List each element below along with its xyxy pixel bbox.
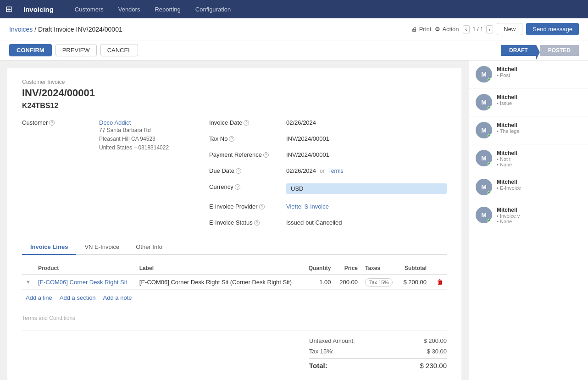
chatter-content-3: Mitchell Not t None [497,150,582,167]
chatter-bullet4-1: E-Invoice [497,185,582,191]
nav-reporting[interactable]: Reporting [152,4,183,15]
chatter-item-0: M Mitchell Post [469,61,588,88]
tax-label: Tax 15%: [309,348,333,355]
invoice-area: Customer Invoice INV/2024/00001 K24TBS12… [0,61,469,380]
col-expand [22,262,34,275]
product-link[interactable]: [E-COM06] Corner Desk Right Sit [38,279,127,286]
main-layout: Customer Invoice INV/2024/00001 K24TBS12… [0,61,588,380]
currency-help[interactable]: ? [235,184,240,190]
tabs: Invoice Lines VN E-Invoice Other Info [22,240,447,255]
row-delete[interactable]: 🗑 [430,275,447,290]
avatar-5: M [476,207,492,223]
app-grid-icon[interactable]: ⊞ [6,4,12,14]
confirm-button[interactable]: CONFIRM [9,44,52,56]
currency-row: Currency ? USD [209,183,447,194]
nav-vendors[interactable]: Vendors [116,4,143,15]
payment-ref-label: Payment Reference ? [209,151,283,158]
new-button[interactable]: New [497,23,522,35]
preview-button[interactable]: PREVIEW [55,44,97,56]
row-price[interactable]: 200.00 [334,275,361,290]
app-name: Invoicing [23,6,54,13]
info-left: Customer ? Deco Addict 77 Santa Barbara … [22,119,191,231]
chatter-bullet3-2: None [497,162,582,167]
add-note-link[interactable]: Add a note [103,294,132,301]
tax-no-label: Tax No ? [209,135,283,142]
cancel-button[interactable]: CANCEL [100,44,139,56]
print-button[interactable]: 🖨 Print [411,26,432,33]
einvoice-provider-help[interactable]: ? [259,204,265,209]
invoice-card: Customer Invoice INV/2024/00001 K24TBS12… [7,68,461,380]
add-line-link[interactable]: Add a line [26,294,52,301]
nav-configuration[interactable]: Configuration [193,4,233,15]
customer-field-row: Customer ? Deco Addict 77 Santa Barbara … [22,119,191,153]
row-product[interactable]: [E-COM06] Corner Desk Right Sit [34,275,136,290]
currency-label: Currency ? [209,183,283,190]
chatter-content-1: Mitchell Issue [497,94,582,106]
nav-prev-button[interactable]: ‹ [463,25,470,33]
table-row: ▼ [E-COM06] Corner Desk Right Sit [E-COM… [22,275,447,290]
chatter-content-5: Mitchell Invoice v None [497,207,582,224]
chatter-bullet-2: The lega [497,128,582,134]
chatter-item-1: M Mitchell Issue [469,88,588,116]
avatar-3: M [476,150,492,166]
online-dot-0 [488,78,491,82]
avatar-0: M [476,66,492,83]
status-posted: POSTED [540,45,579,56]
tab-invoice-lines[interactable]: Invoice Lines [22,240,76,255]
terms-link[interactable]: Terms [328,168,344,174]
chatter-name-0: Mitchell [497,66,582,72]
tax-no-help[interactable]: ? [229,136,234,142]
print-label: Print [419,26,432,33]
tax-row: Tax 15%: $ 30.00 [309,346,447,357]
invoice-date-value[interactable]: 02/26/2024 [286,119,316,126]
chatter-content-2: Mitchell The lega [497,122,582,134]
table-header-row: Product Label Quantity Price Taxes [22,262,447,275]
tax-badge[interactable]: Tax 15% [365,278,393,286]
tab-vn-einvoice[interactable]: VN E-Invoice [76,240,128,255]
invoice-date-label: Invoice Date ? [209,119,283,126]
add-section-link[interactable]: Add a section [60,294,96,301]
breadcrumb-bar: Invoices / Draft Invoice INV/2024/00001 … [0,18,588,40]
address-line3: United States – 0318314022 [99,143,169,152]
customer-name[interactable]: Deco Addict [99,119,169,126]
nav-next-button[interactable]: › [486,25,494,33]
invoice-date-help[interactable]: ? [244,120,249,126]
gear-icon: ⚙ [435,26,440,33]
send-message-button[interactable]: Send message [526,23,579,35]
tab-other-info[interactable]: Other Info [128,240,171,255]
breadcrumb-parent[interactable]: Invoices [9,26,33,33]
currency-value[interactable]: USD [286,183,447,194]
breadcrumb-separator: / [34,26,36,33]
row-expand-icon[interactable]: ▼ [22,275,34,290]
customer-help-icon[interactable]: ? [49,120,55,126]
total-label: Total: [309,362,327,369]
einvoice-provider-value[interactable]: Viettel S-invoice [286,203,329,210]
einvoice-status-label: E-Invoice Status ? [209,219,283,226]
action-button[interactable]: ⚙ Action [435,26,459,33]
delete-icon[interactable]: 🗑 [437,278,443,286]
col-product: Product [34,262,136,275]
due-date-value[interactable]: 02/26/2024 [286,167,316,174]
due-date-help[interactable]: ? [236,168,241,174]
einvoice-status-help[interactable]: ? [254,220,260,226]
chatter-content-0: Mitchell Post [497,66,582,78]
online-dot-1 [488,106,491,110]
avatar-1: M [476,94,492,110]
chatter-bullet5-1: Invoice v [497,213,582,219]
address-line2: Pleasant Hill CA 94523 [99,135,169,143]
action-bar: CONFIRM PREVIEW CANCEL DRAFT POSTED [0,40,588,61]
row-quantity[interactable]: 1.00 [304,275,335,290]
untaxed-row: Untaxed Amount: $ 200.00 [309,336,447,346]
print-icon: 🖨 [411,26,417,33]
nav-customers[interactable]: Customers [72,4,106,15]
info-grid: Customer ? Deco Addict 77 Santa Barbara … [22,119,447,231]
tax-value: $ 30.00 [427,348,447,355]
chatter-name-5: Mitchell [497,207,582,213]
info-right: Invoice Date ? 02/26/2024 Tax No ? INV/2… [209,119,447,231]
chatter-bullet-1: Issue [497,100,582,106]
payment-ref-help[interactable]: ? [263,152,269,158]
totals-section: Untaxed Amount: $ 200.00 Tax 15%: $ 30.0… [22,330,447,371]
nav-arrows: ‹ 1 / 1 › [463,25,494,33]
chatter-bullet5-2: None [497,219,582,224]
untaxed-value: $ 200.00 [423,337,447,344]
